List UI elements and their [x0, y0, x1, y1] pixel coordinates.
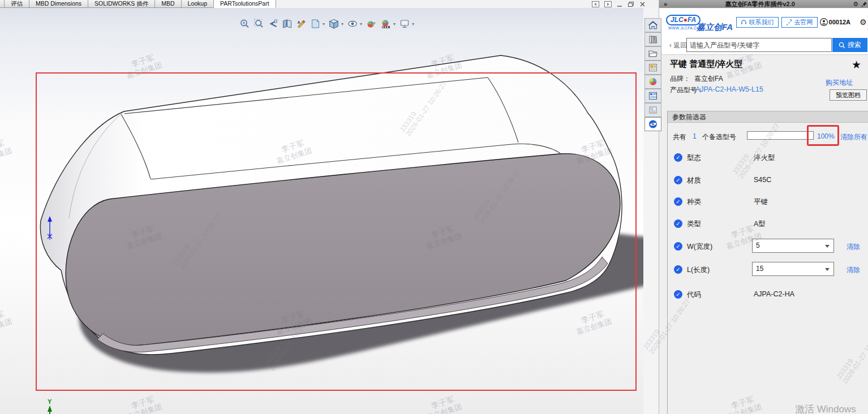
minimize-icon[interactable] [617, 1, 622, 7]
panel-header: JLC●FA WWW.JLCFA.COM 嘉立创FA 联系我们 去官网 0001… [659, 8, 868, 36]
task-pane-tabs [644, 18, 663, 131]
contact-us-button[interactable]: 联系我们 [736, 17, 779, 28]
param-row: ✓材质S45C [668, 175, 868, 192]
param-label: 种类 [687, 197, 701, 207]
view-settings-icon[interactable]: ▾ [399, 19, 414, 29]
brand-name-text: 嘉立创FA [697, 22, 733, 33]
param-select[interactable]: 15 [752, 262, 834, 276]
param-checked-icon[interactable]: ✓ [674, 176, 682, 184]
menu-tab[interactable]: Lookup [181, 0, 214, 8]
view-palette-tab[interactable] [644, 61, 661, 75]
search-icon [839, 42, 845, 49]
parameter-filter-section: 参数筛选器 共有 1 个备选型号 100% 清除所有 ✓型态淬火型✓材质S45C… [667, 111, 867, 414]
favorite-star-icon[interactable]: ★ [852, 58, 861, 71]
close-icon[interactable] [639, 1, 646, 7]
document-preview-tab[interactable] [644, 103, 661, 117]
param-row: ✓L(长度)15清除 [668, 265, 868, 282]
clear-all-link[interactable]: 清除所有 [840, 132, 867, 142]
preview-drawing-button[interactable]: 预览图档 [830, 89, 867, 101]
view-selector-icon[interactable]: ▾ [310, 19, 325, 29]
settings-gear-icon: ⚙ [860, 18, 867, 27]
panel-options-gear-icon[interactable]: ⚙ [853, 1, 858, 8]
param-label: L(长度) [687, 265, 710, 275]
param-value: 淬火型 [754, 153, 775, 163]
param-row: ✓W(宽度)5清除 [668, 241, 868, 258]
search-button[interactable]: 搜索 [832, 38, 867, 52]
param-checked-icon[interactable]: ✓ [674, 242, 682, 251]
jlcfa-plugin-tab[interactable] [644, 117, 661, 131]
edit-appearance-icon[interactable] [366, 19, 377, 29]
brand-value: 嘉立创FA [694, 74, 723, 84]
graphics-viewport[interactable]: Y A ▾ ▾ ▾ ▾ ▾ [0, 8, 643, 414]
apply-scene-icon[interactable]: ▾ [380, 19, 396, 29]
previous-view-icon[interactable] [268, 19, 278, 29]
custom-properties-tab[interactable] [644, 89, 661, 103]
param-value: 平键 [754, 197, 768, 207]
filter-summary-row: 共有 1 个备选型号 100% 清除所有 [668, 129, 868, 144]
headset-icon [741, 19, 747, 25]
param-label: 类型 [687, 219, 701, 229]
design-library-tab[interactable] [644, 32, 661, 46]
logo-dot: ● [684, 16, 687, 24]
menu-tab[interactable]: SOLIDWORKS 插件 [88, 0, 155, 8]
zoom-area-icon[interactable] [253, 19, 264, 29]
pin-icon[interactable] [861, 1, 867, 7]
model-number-link[interactable]: AJPA-C2-HA-W5-L15 [695, 85, 763, 93]
svg-text:A: A [298, 20, 300, 24]
search-input[interactable] [686, 38, 832, 52]
annotation-views-icon[interactable]: A [296, 19, 307, 29]
window-controls [588, 0, 656, 8]
zoom-fit-icon[interactable] [239, 19, 250, 29]
panel-title-bar: » 嘉立创FA零件库插件v2.0 ⚙ [659, 0, 868, 8]
section-view-icon[interactable] [282, 19, 293, 29]
param-checked-icon[interactable]: ✓ [674, 290, 682, 299]
chevron-down-icon [825, 245, 830, 248]
settings-button[interactable]: ⚙ 设置 [860, 12, 868, 32]
filter-section-header: 参数筛选器 [668, 111, 868, 123]
param-label: 型态 [687, 153, 701, 163]
menu-tab[interactable]: 评估 [4, 0, 29, 8]
jlcfa-plugin-panel: » 嘉立创FA零件库插件v2.0 ⚙ JLC●FA WWW.JLCFA.COM … [659, 0, 868, 414]
param-value: AJPA-C2-HA [754, 290, 794, 298]
appearances-scenes-tab[interactable] [644, 75, 661, 89]
view-orientation-icon[interactable]: ▾ [328, 19, 343, 29]
restore-icon[interactable] [628, 1, 634, 7]
summary-suffix: 个备选型号 [702, 132, 736, 142]
param-row: ✓型态淬火型 [668, 153, 868, 170]
menu-tab[interactable]: PARTsolutionsPart [213, 0, 276, 8]
hide-show-items-icon[interactable]: ▾ [347, 19, 362, 29]
application-window: 评估MBD DimensionsSOLIDWORKS 插件MBDLookupPA… [0, 0, 868, 414]
pane-toggle-right-icon[interactable] [604, 1, 612, 7]
menu-tab[interactable]: MBD [154, 0, 181, 8]
param-select[interactable]: 5 [752, 239, 834, 253]
match-progress-bar [747, 131, 814, 140]
menu-tab-bar: 评估MBD DimensionsSOLIDWORKS 插件MBDLookupPA… [0, 0, 659, 8]
buy-address-link[interactable]: 购买地址 [826, 78, 853, 88]
param-checked-icon[interactable]: ✓ [674, 197, 682, 206]
param-row: ✓代码AJPA-C2-HA [668, 290, 868, 307]
triad-y-label: Y [48, 398, 52, 405]
param-clear-link[interactable]: 清除 [846, 242, 860, 252]
reference-triad: Y [48, 398, 52, 414]
param-value: A型 [754, 219, 766, 229]
user-account[interactable]: 00012A [820, 18, 851, 26]
go-website-button[interactable]: 去官网 [781, 17, 818, 28]
product-title: 平键 普通型/淬火型 [670, 59, 742, 70]
pane-toggle-left-icon[interactable] [592, 1, 599, 7]
back-button[interactable]: ‹ 返回 [669, 41, 687, 50]
selection-highlight-rectangle [36, 72, 637, 391]
solidworks-resources-tab[interactable] [644, 18, 661, 32]
search-bar: ‹ 返回 搜索 [659, 36, 868, 55]
param-checked-icon[interactable]: ✓ [674, 153, 682, 162]
param-checked-icon[interactable]: ✓ [674, 265, 682, 274]
param-checked-icon[interactable]: ✓ [674, 219, 682, 228]
annotation-red-box [807, 125, 839, 146]
link-icon [786, 19, 792, 25]
param-clear-link[interactable]: 清除 [846, 265, 860, 275]
file-explorer-tab[interactable] [644, 46, 661, 61]
menu-tab[interactable]: MBD Dimensions [29, 0, 88, 8]
chevron-down-icon [825, 268, 830, 271]
candidate-count: 1 [693, 132, 697, 140]
param-label: 代码 [687, 290, 701, 300]
param-row: ✓种类平键 [668, 197, 868, 214]
